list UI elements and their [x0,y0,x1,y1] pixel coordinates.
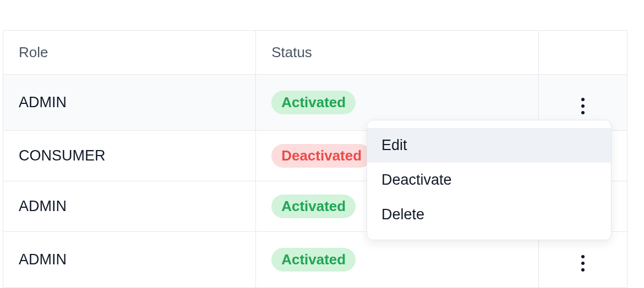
role-cell: ADMIN [3,181,256,232]
dropdown-item-edit[interactable]: Edit [367,128,611,163]
header-actions [539,31,627,75]
role-cell: ADMIN [3,232,256,288]
role-cell: CONSUMER [3,131,256,181]
header-role: Role [3,31,256,75]
status-badge: Activated [271,91,356,114]
row-actions-dropdown: EditDeactivateDelete [367,120,612,240]
header-status: Status [256,31,539,75]
role-cell: ADMIN [3,75,256,131]
status-badge: Deactivated [271,144,372,168]
dropdown-item-delete[interactable]: Delete [367,197,611,232]
actions-cell [539,232,627,288]
status-badge: Activated [271,195,356,218]
dropdown-item-deactivate[interactable]: Deactivate [367,163,611,197]
table-row: ADMINActivated [3,232,627,288]
kebab-menu-icon[interactable] [572,95,594,117]
status-badge: Activated [271,248,356,272]
status-cell: Activated [256,232,539,288]
kebab-menu-icon[interactable] [572,252,594,274]
